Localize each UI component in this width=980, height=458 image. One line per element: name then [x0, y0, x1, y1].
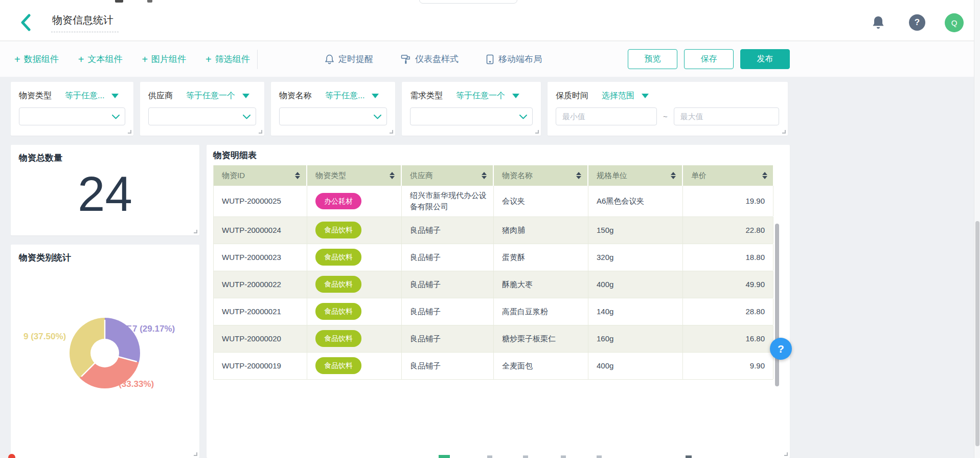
avatar[interactable]: Q [945, 13, 964, 32]
cell-material-name: 酥脆大枣 [494, 271, 588, 298]
sort-icon[interactable] [390, 172, 395, 179]
add-image-component-button[interactable]: + 图片组件 [142, 53, 186, 65]
button-label: 文本组件 [87, 53, 122, 65]
floating-help-button[interactable]: ? [770, 338, 792, 360]
resize-handle[interactable] [782, 130, 786, 134]
cell-material-type: 食品饮料 [307, 217, 402, 244]
max-value-input[interactable] [674, 107, 779, 125]
page-scrollbar-thumb[interactable] [975, 221, 979, 446]
table-title: 物资明细表 [213, 149, 257, 161]
sort-icon[interactable] [671, 172, 676, 179]
toolbar-divider [257, 50, 258, 69]
cell-supplier: 绍兴市新华现代办公设备有限公司 [402, 186, 494, 216]
caret-down-icon[interactable] [372, 94, 379, 98]
pie-label-salmon: 8 (33.33%) [111, 379, 154, 389]
sort-icon[interactable] [576, 172, 581, 179]
cell-material-name: 会议夹 [494, 186, 588, 216]
filter-condition[interactable]: 等于任意... [65, 91, 104, 101]
table-row: WUTP-20000023 食品饮料 良品铺子 蛋黄酥 320g 18.80 [214, 244, 773, 271]
back-chevron-icon [19, 14, 32, 31]
cell-supplier: 良品铺子 [402, 244, 494, 271]
cell-supplier: 良品铺子 [402, 353, 494, 379]
material-type-select[interactable] [19, 107, 125, 125]
preview-button[interactable]: 预览 [628, 49, 677, 69]
back-button[interactable] [19, 14, 35, 31]
bottom-edge-fragment [561, 455, 566, 458]
leader-line-salmon [100, 372, 112, 381]
table-row: WUTP-20000024 食品饮料 良品铺子 猪肉脯 150g 22.80 [214, 217, 773, 244]
min-value-input[interactable] [556, 107, 657, 125]
sort-icon[interactable] [295, 172, 300, 179]
cell-material-type: 食品饮料 [307, 244, 402, 271]
plus-icon: + [14, 54, 20, 64]
column-header-material-type[interactable]: 物资类型 [307, 165, 402, 186]
cell-material-name: 猪肉脯 [494, 217, 588, 244]
editor-toolbar: + 数据组件 + 文本组件 + 图片组件 + 筛选组件 定时提醒 [0, 41, 980, 77]
add-text-component-button[interactable]: + 文本组件 [78, 53, 123, 65]
resize-handle[interactable] [784, 452, 788, 456]
add-filter-component-button[interactable]: + 筛选组件 [206, 53, 250, 65]
column-header-spec[interactable]: 规格单位 [588, 165, 683, 186]
filter-label: 保质时间 [556, 91, 588, 101]
caret-down-icon[interactable] [642, 94, 649, 98]
filter-label: 供应商 [148, 91, 173, 101]
caret-down-icon[interactable] [512, 94, 519, 98]
cell-unit-price: 9.90 [683, 353, 773, 379]
help-button[interactable]: ? [908, 13, 926, 32]
table-row: WUTP-20000022 食品饮料 良品铺子 酥脆大枣 400g 49.90 [214, 271, 773, 298]
cell-material-name: 高蛋白豆浆粉 [494, 298, 588, 325]
resize-handle[interactable] [128, 130, 131, 134]
publish-button[interactable]: 发布 [740, 49, 790, 69]
cell-material-type: 食品饮料 [307, 271, 402, 298]
caret-down-icon[interactable] [111, 94, 119, 98]
table-scrollbar-thumb[interactable] [775, 224, 779, 386]
filter-card-supplier: 供应商 等于任意一个 [140, 82, 264, 136]
column-header-supplier[interactable]: 供应商 [402, 165, 494, 186]
material-name-select[interactable] [279, 107, 387, 125]
save-button[interactable]: 保存 [684, 49, 734, 69]
sort-icon[interactable] [482, 172, 487, 179]
plus-icon: + [78, 54, 84, 64]
component-buttons-group: + 数据组件 + 文本组件 + 图片组件 + 筛选组件 [14, 41, 250, 77]
sort-icon[interactable] [762, 172, 767, 179]
column-header-material-name[interactable]: 物资名称 [494, 165, 588, 186]
cell-supplier: 良品铺子 [402, 217, 494, 244]
filter-card-demand-type: 需求类型 等于任意一个 [402, 82, 541, 136]
cell-material-id: WUTP-20000025 [214, 186, 307, 216]
cell-material-type: 食品饮料 [307, 325, 402, 352]
pie-label-purple: 7 (29.17%) [132, 324, 175, 334]
cell-spec: A6黑色会议夹 [588, 186, 683, 216]
cell-unit-price: 22.80 [683, 217, 773, 244]
resize-handle[interactable] [390, 130, 393, 134]
filter-condition[interactable]: 等于任意一个 [456, 91, 505, 101]
dashboard-style-button[interactable]: 仪表盘样式 [401, 53, 459, 65]
resize-handle[interactable] [535, 130, 539, 134]
plus-icon: + [206, 54, 212, 64]
column-header-material-id[interactable]: 物资ID [214, 165, 307, 186]
notifications-button[interactable] [869, 13, 887, 32]
filter-condition[interactable]: 等于任意一个 [186, 91, 235, 101]
filter-condition[interactable]: 等于任意... [325, 91, 364, 101]
demand-type-select[interactable] [410, 107, 533, 125]
cell-unit-price: 16.80 [683, 325, 773, 352]
mobile-layout-button[interactable]: 移动端布局 [486, 53, 542, 65]
page-scrollbar[interactable] [974, 0, 980, 458]
filter-condition[interactable]: 选择范围 [602, 91, 634, 101]
column-header-unit-price[interactable]: 单价 [683, 165, 773, 186]
caret-down-icon[interactable] [242, 94, 249, 98]
filter-card-material-name: 物资名称 等于任意... [271, 82, 395, 136]
bottom-edge-fragment [487, 455, 492, 458]
cell-spec: 400g [588, 271, 683, 298]
supplier-select[interactable] [148, 107, 256, 125]
resize-handle[interactable] [194, 452, 197, 456]
add-data-component-button[interactable]: + 数据组件 [14, 53, 59, 65]
cell-material-id: WUTP-20000021 [214, 298, 307, 325]
paint-roller-icon [401, 54, 411, 64]
resize-handle[interactable] [259, 130, 262, 134]
browser-edge-strip [0, 0, 980, 5]
cell-supplier: 良品铺子 [402, 271, 494, 298]
timed-reminder-button[interactable]: 定时提醒 [325, 53, 373, 65]
filter-label: 需求类型 [410, 91, 443, 101]
resize-handle[interactable] [194, 230, 197, 233]
bottom-edge-fragment [439, 455, 450, 458]
